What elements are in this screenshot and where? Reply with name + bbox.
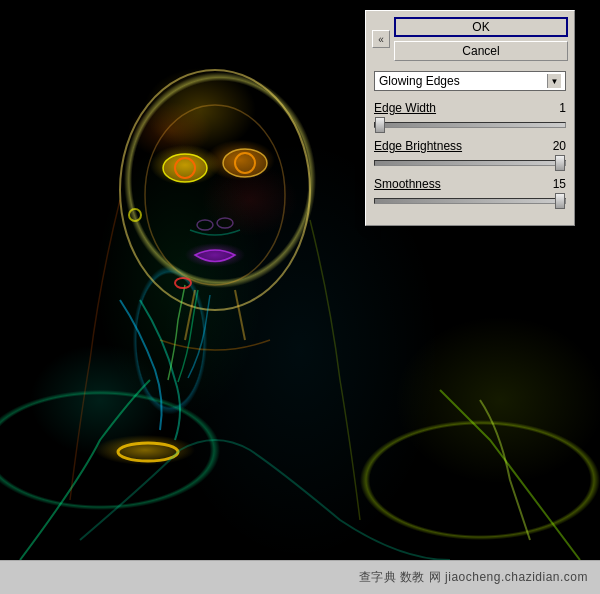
edge-width-value: 1 — [546, 101, 566, 115]
filter-name-label: Glowing Edges — [379, 74, 460, 88]
svg-point-11 — [217, 218, 233, 228]
ok-button[interactable]: OK — [394, 17, 568, 37]
edge-brightness-row: Edge Brightness 20 — [374, 139, 566, 169]
edge-brightness-label: Edge Brightness — [374, 139, 462, 153]
svg-point-9 — [175, 278, 191, 288]
svg-point-10 — [197, 220, 213, 230]
edge-width-label: Edge Width — [374, 101, 436, 115]
smoothness-slider[interactable] — [374, 198, 566, 204]
edge-brightness-slider[interactable] — [374, 160, 566, 166]
svg-line-7 — [235, 290, 245, 340]
smoothness-value: 15 — [546, 177, 566, 191]
smoothness-header: Smoothness 15 — [374, 177, 566, 191]
filter-dropdown[interactable]: Glowing Edges ▼ — [374, 71, 566, 91]
svg-point-8 — [118, 443, 178, 461]
edge-width-header: Edge Width 1 — [374, 101, 566, 115]
edge-brightness-value: 20 — [546, 139, 566, 153]
svg-point-0 — [120, 70, 310, 310]
bottom-bar: 查字典 数教 网 jiaocheng.chazidian.com — [0, 560, 600, 594]
svg-point-12 — [129, 209, 141, 221]
edge-width-slider[interactable] — [374, 122, 566, 128]
filter-dialog: « OK Cancel Glowing Edges ▼ Edge Width 1… — [365, 10, 575, 226]
watermark-text: 查字典 数教 网 jiaocheng.chazidian.com — [359, 569, 588, 586]
edge-brightness-header: Edge Brightness 20 — [374, 139, 566, 153]
cancel-button[interactable]: Cancel — [394, 41, 568, 61]
dialog-titlebar: « OK Cancel — [372, 17, 568, 61]
edge-width-row: Edge Width 1 — [374, 101, 566, 131]
smoothness-label: Smoothness — [374, 177, 441, 191]
dropdown-arrow-icon: ▼ — [547, 74, 561, 88]
dialog-action-buttons: OK Cancel — [394, 17, 568, 61]
collapse-button[interactable]: « — [372, 30, 390, 48]
dialog-body: Glowing Edges ▼ Edge Width 1 Edge Bright… — [372, 67, 568, 219]
smoothness-row: Smoothness 15 — [374, 177, 566, 207]
